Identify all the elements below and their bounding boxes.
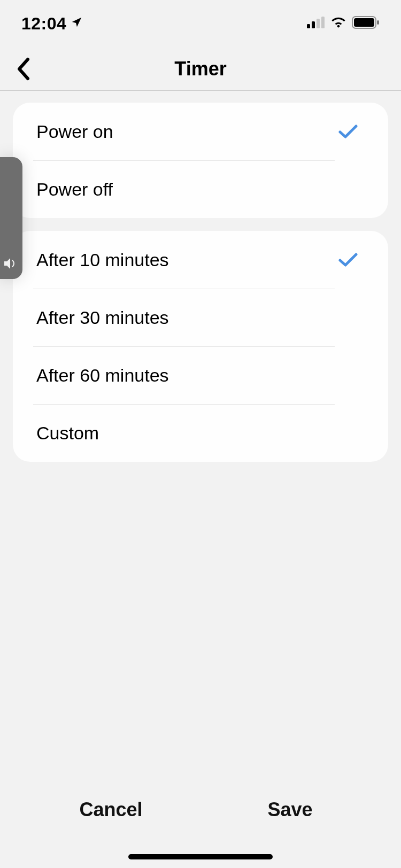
speaker-icon (4, 258, 18, 272)
nav-bar: Timer (0, 47, 401, 91)
duration-options-card: After 10 minutes After 30 minutes After … (13, 231, 388, 462)
back-button[interactable] (10, 56, 36, 82)
check-icon (338, 121, 358, 142)
power-options-card: Power on Power off (13, 103, 388, 218)
status-left: 12:04 (21, 14, 82, 34)
status-time: 12:04 (21, 14, 66, 34)
option-label: After 30 minutes (36, 307, 169, 328)
status-bar: 12:04 (0, 0, 401, 47)
wifi-icon (330, 17, 346, 30)
option-after-30-minutes[interactable]: After 30 minutes (13, 289, 388, 346)
home-indicator (128, 854, 273, 859)
svg-rect-1 (312, 21, 315, 28)
location-icon (71, 17, 82, 30)
page-title: Timer (174, 58, 226, 80)
option-label: Power on (36, 121, 113, 142)
option-label: Power off (36, 179, 113, 200)
volume-overlay (0, 157, 22, 279)
check-icon (338, 250, 358, 270)
svg-rect-2 (317, 19, 320, 28)
option-after-10-minutes[interactable]: After 10 minutes (13, 231, 388, 289)
cellular-icon (307, 17, 325, 30)
save-button[interactable]: Save (200, 799, 380, 821)
option-label: Custom (36, 423, 99, 444)
option-label: After 10 minutes (36, 250, 169, 270)
svg-rect-3 (321, 17, 325, 28)
chevron-left-icon (16, 57, 30, 81)
option-after-60-minutes[interactable]: After 60 minutes (13, 346, 388, 404)
content: Power on Power off After 10 minutes Afte… (0, 91, 401, 462)
svg-rect-0 (307, 24, 310, 28)
option-custom[interactable]: Custom (13, 404, 388, 462)
svg-rect-6 (377, 20, 379, 25)
option-power-off[interactable]: Power off (13, 160, 388, 218)
option-label: After 60 minutes (36, 365, 169, 386)
option-power-on[interactable]: Power on (13, 103, 388, 160)
cancel-button[interactable]: Cancel (21, 799, 200, 821)
status-right (307, 16, 380, 31)
battery-icon (352, 16, 380, 31)
svg-rect-5 (354, 18, 374, 27)
bottom-bar: Cancel Save (0, 772, 401, 868)
